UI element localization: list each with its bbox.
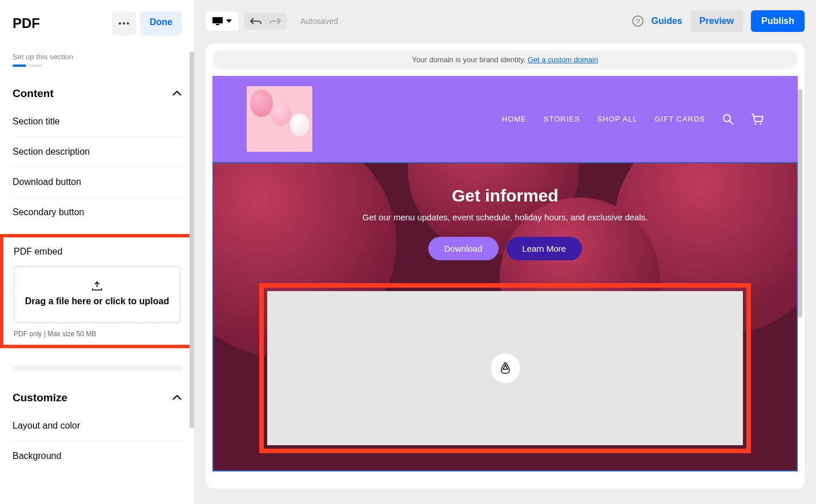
content-item-section-description[interactable]: Section description bbox=[13, 137, 182, 167]
pdf-embed-highlight: PDF embed Drag a file here or click to u… bbox=[0, 234, 194, 348]
domain-banner: Your domain is your brand identity. Get … bbox=[212, 50, 798, 69]
content-group-title: Content bbox=[13, 87, 54, 100]
progress-indicator bbox=[13, 64, 182, 67]
help-icon: ? bbox=[632, 15, 644, 27]
cart-icon bbox=[751, 114, 763, 125]
content-item-secondary-button[interactable]: Secondary button bbox=[13, 197, 182, 227]
content-item-download-button[interactable]: Download button bbox=[13, 167, 182, 197]
toolbar: Autosaved ? Guides Preview Publish bbox=[206, 10, 805, 32]
setup-label: Set up this section bbox=[13, 53, 182, 61]
svg-text:?: ? bbox=[636, 17, 640, 26]
balloon-graphic bbox=[271, 102, 291, 126]
svg-point-9 bbox=[755, 123, 757, 124]
svg-rect-4 bbox=[216, 24, 219, 25]
download-button[interactable]: Download bbox=[428, 237, 499, 260]
sidebar-scrollbar[interactable] bbox=[190, 51, 194, 428]
hero-title: Get informed bbox=[225, 186, 785, 205]
svg-line-8 bbox=[730, 121, 733, 124]
guides-link[interactable]: Guides bbox=[652, 16, 682, 26]
balloon-graphic bbox=[290, 114, 309, 136]
publish-button[interactable]: Publish bbox=[751, 10, 805, 32]
search-icon bbox=[722, 114, 734, 125]
svg-rect-3 bbox=[212, 17, 223, 23]
cart-button[interactable] bbox=[751, 114, 763, 125]
hero-section[interactable]: Get informed Get our menu updates, event… bbox=[212, 162, 798, 471]
svg-point-10 bbox=[760, 123, 762, 124]
sidebar-header: PDF Done bbox=[13, 11, 182, 35]
undo-redo-group bbox=[244, 13, 287, 30]
site-header: HOME STORIES SHOP ALL GIFT CARDS bbox=[212, 76, 798, 162]
device-selector[interactable] bbox=[206, 11, 239, 31]
pdf-hint: PDF only | Max size 50 MB bbox=[14, 330, 180, 338]
preview-frame: Your domain is your brand identity. Get … bbox=[206, 43, 805, 489]
pdf-placeholder[interactable] bbox=[267, 291, 743, 445]
redo-button[interactable] bbox=[270, 17, 281, 25]
chevron-up-icon bbox=[172, 395, 182, 401]
pdf-preview-highlight bbox=[259, 283, 751, 453]
more-icon bbox=[119, 22, 129, 25]
more-button[interactable] bbox=[112, 11, 136, 35]
pdf-icon bbox=[499, 361, 512, 375]
domain-banner-link[interactable]: Get a custom domain bbox=[528, 55, 598, 64]
search-button[interactable] bbox=[722, 114, 734, 125]
balloon-graphic bbox=[250, 90, 273, 117]
site-nav: HOME STORIES SHOP ALL GIFT CARDS bbox=[502, 114, 763, 125]
pdf-icon-circle bbox=[491, 353, 520, 383]
nav-shop-all[interactable]: SHOP ALL bbox=[597, 115, 638, 123]
svg-point-1 bbox=[123, 22, 125, 25]
nav-stories[interactable]: STORIES bbox=[544, 115, 580, 123]
customize-group-header[interactable]: Customize bbox=[13, 388, 182, 411]
nav-home[interactable]: HOME bbox=[502, 115, 526, 123]
undo-icon bbox=[250, 17, 262, 25]
learn-more-button[interactable]: Learn More bbox=[507, 237, 582, 260]
divider bbox=[13, 365, 182, 371]
content-item-section-title[interactable]: Section title bbox=[13, 107, 182, 137]
svg-point-2 bbox=[127, 22, 129, 25]
caret-down-icon bbox=[226, 19, 232, 23]
customize-item-background[interactable]: Background bbox=[13, 441, 182, 471]
canvas-area: Autosaved ? Guides Preview Publish Your … bbox=[194, 0, 816, 504]
dropzone-text: Drag a file here or click to upload bbox=[20, 295, 174, 308]
svg-point-0 bbox=[119, 22, 121, 25]
preview-button[interactable]: Preview bbox=[690, 10, 743, 32]
chevron-up-icon bbox=[172, 91, 182, 96]
undo-button[interactable] bbox=[250, 17, 262, 25]
domain-banner-text: Your domain is your brand identity. bbox=[412, 55, 528, 64]
hero-subtitle: Get our menu updates, event schedule, ho… bbox=[225, 212, 785, 222]
autosaved-label: Autosaved bbox=[300, 17, 338, 26]
customize-item-layout-color[interactable]: Layout and color bbox=[13, 411, 182, 441]
nav-gift-cards[interactable]: GIFT CARDS bbox=[655, 115, 706, 123]
customize-group-title: Customize bbox=[13, 392, 67, 404]
done-button[interactable]: Done bbox=[140, 11, 182, 35]
pdf-dropzone[interactable]: Drag a file here or click to upload bbox=[14, 266, 180, 323]
section-title: PDF bbox=[13, 15, 40, 31]
desktop-icon bbox=[212, 17, 223, 25]
content-group-header[interactable]: Content bbox=[13, 84, 182, 107]
preview-scrollbar[interactable] bbox=[798, 89, 802, 317]
pdf-embed-label: PDF embed bbox=[14, 247, 180, 257]
svg-point-7 bbox=[723, 115, 730, 122]
help-button[interactable]: ? bbox=[632, 15, 644, 27]
upload-icon bbox=[92, 281, 102, 291]
sidebar: PDF Done Set up this section Content Sec… bbox=[0, 0, 194, 504]
redo-icon bbox=[270, 17, 281, 25]
site-logo[interactable] bbox=[247, 86, 312, 152]
